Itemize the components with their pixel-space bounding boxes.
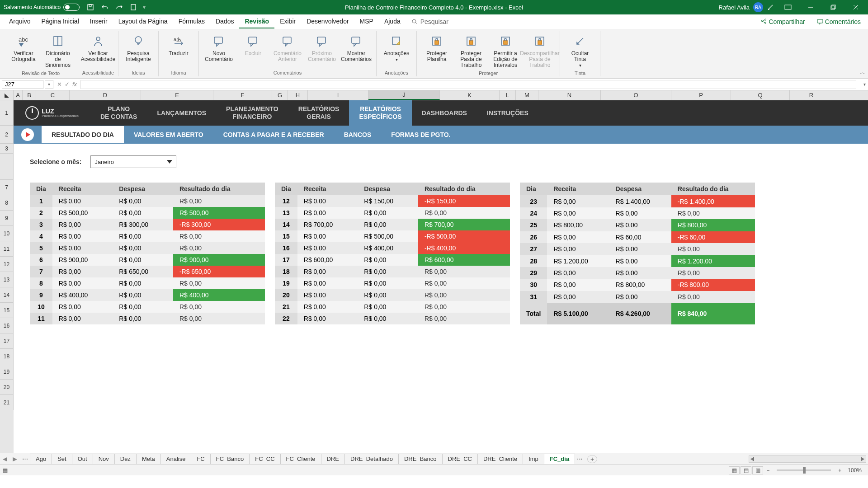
autosave-toggle[interactable]: Salvamento Automático: [2, 4, 81, 11]
save-icon[interactable]: [85, 2, 96, 13]
col-L[interactable]: L: [500, 90, 516, 100]
row-19[interactable]: 19: [0, 364, 14, 380]
ribbon-proteger-pasta-de-trabalho[interactable]: Proteger Pasta de Trabalho: [455, 33, 487, 70]
draw-icon[interactable]: [765, 2, 776, 13]
col-P[interactable]: P: [671, 90, 731, 100]
row-13[interactable]: 13: [0, 272, 14, 287]
menu-layout-da-p-gina[interactable]: Layout da Página: [113, 15, 173, 28]
subnav-bancos[interactable]: BANCOS: [334, 131, 382, 138]
subnav-formas-de-pgto-[interactable]: FORMAS DE PGTO.: [381, 131, 460, 138]
ribbon-pesquisa-inteligente[interactable]: Pesquisa Inteligente: [122, 33, 155, 63]
select-all-corner[interactable]: ◣: [0, 90, 14, 100]
col-F[interactable]: F: [213, 90, 272, 100]
col-R[interactable]: R: [790, 90, 833, 100]
tab-scroll-left-icon[interactable]: ◀: [0, 455, 10, 462]
row-3[interactable]: 3: [0, 144, 14, 154]
play-icon[interactable]: [14, 128, 42, 141]
tab-scroll-right-icon[interactable]: ▶: [10, 455, 20, 462]
row-21[interactable]: 21: [0, 395, 14, 410]
menu-f-rmulas[interactable]: Fórmulas: [173, 15, 210, 28]
share-button[interactable]: Compartilhar: [757, 16, 808, 27]
menu-p-gina-inicial[interactable]: Página Inicial: [36, 15, 84, 28]
sheet-tab-dre_cc[interactable]: DRE_CC: [442, 454, 478, 464]
ribbon-dicion-rio-de-sin-nimos[interactable]: Dicionário de Sinônimos: [42, 33, 74, 70]
col-A[interactable]: A: [14, 90, 23, 100]
ribbon-display-icon[interactable]: [778, 0, 798, 14]
col-O[interactable]: O: [601, 90, 671, 100]
col-M[interactable]: M: [516, 90, 538, 100]
row-7[interactable]: 7: [0, 180, 14, 195]
topnav-relat-rios-espec-ficos[interactable]: RELATÓRIOSESPECÍFICOS: [349, 100, 411, 129]
ribbon-collapse-icon[interactable]: ︿: [860, 69, 865, 76]
sheet-tab-imp[interactable]: Imp: [523, 454, 544, 464]
row-2[interactable]: 2: [0, 126, 14, 144]
col-B[interactable]: B: [23, 90, 36, 100]
row-9[interactable]: 9: [0, 211, 14, 226]
tab-overflow-right-icon[interactable]: ⋯: [575, 455, 585, 462]
row-14[interactable]: 14: [0, 287, 14, 303]
ribbon-novo-coment-rio[interactable]: Novo Comentário: [203, 33, 235, 63]
row-16[interactable]: 16: [0, 318, 14, 333]
col-E[interactable]: E: [141, 90, 213, 100]
col-I[interactable]: I: [308, 90, 368, 100]
menu-dados[interactable]: Dados: [210, 15, 239, 28]
formula-expand-icon[interactable]: ▾: [861, 82, 868, 87]
ribbon-anota-es[interactable]: Anotações▾: [380, 33, 413, 63]
ribbon-ocultar-tinta[interactable]: Ocultar Tinta▾: [564, 33, 596, 70]
sheet-tab-set[interactable]: Set: [52, 454, 72, 464]
row-17[interactable]: 17: [0, 333, 14, 349]
menu-desenvolvedor[interactable]: Desenvolvedor: [301, 15, 354, 28]
sheet-tab-fc_banco[interactable]: FC_Banco: [210, 454, 250, 464]
user-avatar[interactable]: RA: [753, 2, 763, 12]
ribbon-traduzir[interactable]: aあTraduzir: [162, 33, 195, 57]
sheet-tab-meta[interactable]: Meta: [136, 454, 161, 464]
topnav-planejamento-financeiro[interactable]: PLANEJAMENTOFINANCEIRO: [216, 105, 288, 121]
sheet-tab-ago[interactable]: Ago: [30, 454, 52, 464]
subnav-contas-a-pagar-e-a-receber[interactable]: CONTAS A PAGAR E A RECEBER: [213, 131, 334, 138]
sheet-tab-dez[interactable]: Dez: [114, 454, 137, 464]
row-blank[interactable]: [0, 154, 14, 180]
sheet-tab-fc_dia[interactable]: FC_dia: [544, 454, 575, 464]
menu-msp[interactable]: MSP: [354, 15, 379, 28]
row-20[interactable]: 20: [0, 380, 14, 395]
menu-ajuda[interactable]: Ajuda: [379, 15, 406, 28]
col-N[interactable]: N: [538, 90, 601, 100]
menu-arquivo[interactable]: Arquivo: [4, 15, 36, 28]
zoom-slider[interactable]: [777, 469, 831, 471]
menu-revis-o[interactable]: Revisão: [239, 15, 274, 28]
user-name[interactable]: Rafael Avila: [719, 4, 750, 11]
col-C[interactable]: C: [36, 90, 70, 100]
col-J[interactable]: J: [368, 90, 440, 100]
column-headers[interactable]: ◣ ABCDEFGHIJKLMNOPQR: [0, 90, 868, 100]
topnav-lan-amentos[interactable]: LANÇAMENTOS: [147, 109, 216, 117]
col-K[interactable]: K: [440, 90, 500, 100]
sheet-tab-fc_cliente[interactable]: FC_Cliente: [280, 454, 321, 464]
col-D[interactable]: D: [70, 90, 141, 100]
name-box[interactable]: J27: [2, 80, 43, 89]
topnav-relat-rios-gerais[interactable]: RELATÓRIOSGERAIS: [288, 105, 349, 121]
ribbon-permitir-a-edi-o-de-intervalos[interactable]: Permitir a Edição de Intervalos: [489, 33, 522, 70]
normal-view-icon[interactable]: ▦: [729, 466, 740, 474]
ribbon-mostrar-coment-rios[interactable]: Mostrar Comentários: [340, 33, 373, 63]
zoom-out-button[interactable]: −: [764, 467, 772, 474]
row-11[interactable]: 11: [0, 241, 14, 257]
topnav-dashboards[interactable]: DASHBOARDS: [412, 109, 477, 117]
menu-exibir[interactable]: Exibir: [274, 15, 301, 28]
fx-icon[interactable]: fx: [72, 81, 77, 88]
sheet-tab-analise[interactable]: Analise: [160, 454, 192, 464]
new-sheet-button[interactable]: +: [587, 455, 597, 463]
sheet-tab-dre_detalhado[interactable]: DRE_Detalhado: [344, 454, 399, 464]
sheet-tab-nov[interactable]: Nov: [93, 454, 115, 464]
sheet-tab-dre[interactable]: DRE: [321, 454, 345, 464]
col-H[interactable]: H: [288, 90, 308, 100]
ribbon-verificar-acessibilidade[interactable]: Verificar Acessibilidade: [82, 33, 114, 63]
close-icon[interactable]: [845, 0, 866, 14]
maximize-icon[interactable]: [823, 0, 844, 14]
col-Q[interactable]: Q: [731, 90, 790, 100]
horizontal-scrollbar[interactable]: [749, 455, 866, 463]
page-break-view-icon[interactable]: ▥: [752, 466, 763, 474]
page-layout-view-icon[interactable]: ▤: [741, 466, 751, 474]
menu-inserir[interactable]: Inserir: [85, 15, 113, 28]
tab-overflow-left-icon[interactable]: ⋯: [20, 455, 30, 462]
search-button[interactable]: Pesquisar: [406, 18, 454, 25]
